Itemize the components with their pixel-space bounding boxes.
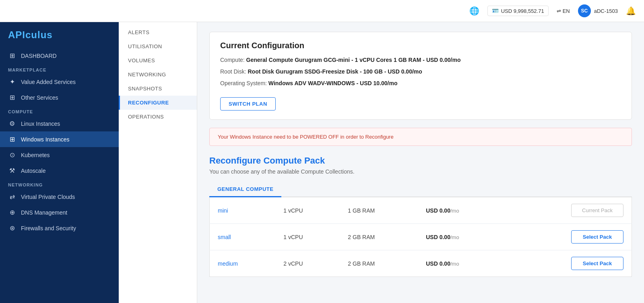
networking-section-label: NETWORKING: [0, 178, 119, 189]
pack-price-medium: USD 0.00/mo: [418, 250, 507, 277]
select-pack-button-medium[interactable]: Select Pack: [571, 257, 623, 270]
sub-navigation: ALERTS UTILISATION VOLUMES NETWORKING SN…: [119, 22, 197, 303]
main-content: Current Configuration Compute: General C…: [197, 22, 644, 303]
table-row: medium 2 vCPU 2 GB RAM USD 0.00/mo Selec…: [210, 250, 632, 277]
translate-icon: ⇌: [557, 8, 561, 14]
kubernetes-icon: ⊙: [8, 151, 16, 159]
balance-value: USD 9,998,552.71: [501, 8, 544, 14]
compute-row: Compute: General Compute Gurugram GCG-mi…: [220, 56, 621, 64]
subnav-reconfigure[interactable]: RECONFIGURE: [119, 96, 197, 110]
sidebar-item-firewalls[interactable]: ⊛ Firewalls and Security: [0, 220, 119, 236]
reconfigure-section: Reconfigure Compute Pack You can choose …: [209, 156, 632, 277]
sidebar-firewalls-label: Firewalls and Security: [21, 225, 76, 231]
sidebar-linux-label: Linux Instances: [21, 121, 60, 127]
subnav-networking[interactable]: NETWORKING: [119, 68, 197, 82]
sidebar-item-dns[interactable]: ⊕ DNS Management: [0, 205, 119, 220]
logo-part2: culus: [25, 29, 53, 40]
os-value: Windows ADV WADV-WINDOWS - USD 10.00/mo: [268, 80, 398, 86]
config-title: Current Configuration: [220, 41, 621, 50]
subnav-alerts[interactable]: ALERTS: [119, 25, 197, 39]
tab-general-compute[interactable]: GENERAL COMPUTE: [209, 182, 281, 197]
switch-plan-button[interactable]: SWITCH PLAN: [220, 97, 276, 111]
pack-vcpu-small: 1 vCPU: [275, 224, 340, 250]
sidebar-item-vpc[interactable]: ⇄ Virtual Private Clouds: [0, 189, 119, 205]
pack-ram-medium: 2 GB RAM: [340, 250, 418, 277]
reconfig-subtitle: You can choose any of the available Comp…: [209, 168, 632, 175]
windows-icon: ⊞: [8, 135, 16, 143]
subnav-utilisation[interactable]: UTILISATION: [119, 39, 197, 53]
pack-name-mini: mini: [218, 207, 228, 214]
select-pack-button-small[interactable]: Select Pack: [571, 230, 623, 244]
pack-table: mini 1 vCPU 1 GB RAM USD 0.00/mo Current…: [209, 197, 632, 277]
globe-icon[interactable]: 🌐: [469, 6, 479, 16]
firewalls-icon: ⊛: [8, 224, 16, 232]
compute-tabs: GENERAL COMPUTE: [209, 182, 632, 197]
pack-name-small: small: [218, 234, 231, 240]
subnav-volumes[interactable]: VOLUMES: [119, 53, 197, 68]
sidebar-value-added-label: Value Added Services: [21, 79, 76, 85]
sidebar-vpc-label: Virtual Private Clouds: [21, 194, 75, 200]
balance-display: 🪪 USD 9,998,552.71: [487, 6, 549, 16]
warning-banner: Your Windows Instance need to be POWERED…: [209, 128, 632, 146]
sidebar-item-other-services[interactable]: ⊞ Other Services: [0, 90, 119, 105]
current-config-card: Current Configuration Compute: General C…: [209, 32, 632, 120]
other-services-icon: ⊞: [8, 94, 16, 101]
logo-part1: API: [8, 29, 25, 40]
autoscale-icon: ⚒: [8, 167, 16, 174]
root-disk-label: Root Disk:: [220, 68, 246, 75]
root-disk-row: Root Disk: Root Disk Gurugram SSDG-Frees…: [220, 68, 621, 76]
pack-price-mini: USD 0.00/mo: [418, 197, 507, 224]
dns-icon: ⊕: [8, 209, 16, 216]
pack-price-small: USD 0.00/mo: [418, 224, 507, 250]
sidebar-item-windows[interactable]: ⊞ Windows Instances: [0, 131, 119, 147]
sidebar: APIculus ⊞ DASHBOARD MARKETPLACE ✦ Value…: [0, 22, 119, 303]
user-name: aDC-1503: [594, 8, 618, 14]
dashboard-icon: ⊞: [8, 52, 16, 59]
pack-ram-small: 2 GB RAM: [340, 224, 418, 250]
os-label: Operating System:: [220, 80, 267, 86]
linux-icon: ⚙: [8, 120, 16, 127]
sidebar-item-dashboard[interactable]: ⊞ DASHBOARD: [0, 48, 119, 63]
compute-section-label: COMPUTE: [0, 105, 119, 116]
language-selector[interactable]: ⇌ EN: [557, 8, 570, 14]
sidebar-item-kubernetes[interactable]: ⊙ Kubernetes: [0, 147, 119, 163]
sidebar-item-linux[interactable]: ⚙ Linux Instances: [0, 116, 119, 131]
sidebar-dns-label: DNS Management: [21, 209, 67, 216]
pack-name-medium: medium: [218, 260, 238, 267]
table-row: small 1 vCPU 2 GB RAM USD 0.00/mo Select…: [210, 224, 632, 250]
current-pack-button-mini: Current Pack: [571, 204, 623, 217]
subnav-operations[interactable]: OPERATIONS: [119, 110, 197, 124]
value-added-icon: ✦: [8, 78, 16, 86]
compute-value: General Compute Gurugram GCG-mini - 1 vC…: [246, 57, 461, 63]
pack-vcpu-mini: 1 vCPU: [275, 197, 340, 224]
pack-vcpu-medium: 2 vCPU: [275, 250, 340, 277]
warning-text: Your Windows Instance need to be POWERED…: [218, 134, 394, 140]
os-row: Operating System: Windows ADV WADV-WINDO…: [220, 79, 621, 88]
top-header: 🌐 🪪 USD 9,998,552.71 ⇌ EN SC aDC-1503 🔔: [0, 0, 644, 22]
subnav-snapshots[interactable]: SNAPSHOTS: [119, 82, 197, 96]
sidebar-item-value-added[interactable]: ✦ Value Added Services: [0, 74, 119, 90]
sidebar-item-autoscale[interactable]: ⚒ Autoscale: [0, 163, 119, 178]
compute-label: Compute:: [220, 57, 245, 63]
pack-ram-mini: 1 GB RAM: [340, 197, 418, 224]
sidebar-other-services-label: Other Services: [21, 94, 58, 101]
sidebar-kubernetes-label: Kubernetes: [21, 152, 50, 158]
root-disk-value: Root Disk Gurugram SSDG-Freesize Disk - …: [248, 68, 422, 75]
balance-icon: 🪪: [492, 8, 499, 14]
notification-bell-icon[interactable]: 🔔: [626, 6, 636, 16]
app-logo: APIculus: [0, 22, 119, 48]
main-layout: APIculus ⊞ DASHBOARD MARKETPLACE ✦ Value…: [0, 22, 644, 303]
user-menu[interactable]: SC aDC-1503: [578, 4, 618, 17]
vpc-icon: ⇄: [8, 193, 16, 201]
table-row: mini 1 vCPU 1 GB RAM USD 0.00/mo Current…: [210, 197, 632, 224]
sidebar-dashboard-label: DASHBOARD: [21, 53, 57, 59]
sidebar-windows-label: Windows Instances: [21, 136, 70, 143]
sidebar-autoscale-label: Autoscale: [21, 168, 45, 174]
reconfig-title: Reconfigure Compute Pack: [209, 156, 632, 166]
user-avatar: SC: [578, 4, 591, 17]
lang-label: EN: [563, 8, 570, 14]
marketplace-section-label: MARKETPLACE: [0, 63, 119, 74]
